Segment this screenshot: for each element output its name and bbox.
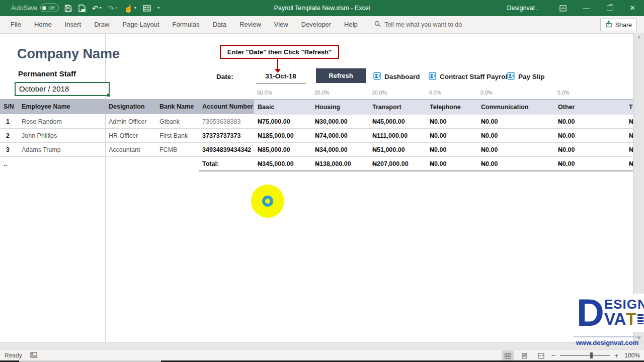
table-cell-r1-c9[interactable]: ₦0.00 [477, 129, 554, 143]
table-cell-r0-c5[interactable]: ₦75,000.00 [254, 115, 311, 129]
table-cell-r2-c10[interactable]: ₦0.00 [554, 143, 628, 157]
touch-mode-icon[interactable]: ☝▾ [124, 5, 136, 12]
autosave-toggle[interactable]: AutoSave Off [11, 4, 59, 12]
table-cell-r2-c5[interactable]: ₦85,000.00 [254, 143, 311, 157]
table-cell-r0-c9[interactable]: ₦0.00 [477, 115, 554, 129]
tab-formulas[interactable]: Formulas [166, 16, 206, 33]
table-cell-r0-c1[interactable]: Rose Random [18, 115, 105, 129]
scroll-up-icon[interactable]: ▲ [633, 35, 644, 39]
tab-view[interactable]: View [268, 16, 295, 33]
share-button[interactable]: Share [600, 19, 637, 31]
table-cell-r1-c8[interactable]: ₦0.00 [426, 129, 477, 143]
logo-top-text: ESIGN [604, 298, 644, 311]
footer-cell-6[interactable]: ₦138,000.00 [311, 157, 369, 171]
close-button[interactable]: × [621, 0, 644, 16]
footer-cell-0[interactable]: .. [0, 157, 18, 170]
restore-button[interactable] [598, 0, 621, 16]
table-cell-r0-c10[interactable]: ₦0.00 [554, 115, 628, 129]
footer-cell-8[interactable]: ₦0.00 [426, 157, 477, 171]
tab-help[interactable]: Help [338, 16, 364, 33]
header-cell-8[interactable]: Telephone [426, 99, 477, 115]
zoom-level[interactable]: 100% [624, 352, 640, 359]
table-cell-r2-c9[interactable]: ₦0.00 [477, 143, 554, 157]
table-cell-r2-c0[interactable]: 3 [0, 143, 18, 157]
minimize-button[interactable]: — [575, 0, 598, 16]
touch-caret-icon[interactable]: ▾ [134, 6, 136, 10]
footer-cell-2[interactable] [105, 157, 156, 170]
tab-data[interactable]: Data [206, 16, 233, 33]
zoom-in-button[interactable]: + [615, 352, 619, 359]
redo-button[interactable]: ↷▾ [108, 5, 118, 12]
table-cell-r1-c3[interactable]: First Bank [156, 129, 199, 143]
footer-cell-10[interactable]: ₦0.00 [554, 157, 628, 171]
nav-button-contract-staff-payroll[interactable]: Contract Staff Payroll [429, 72, 509, 81]
tab-file[interactable]: File [4, 16, 28, 33]
save-icon[interactable] [64, 5, 72, 12]
table-cell-r2-c1[interactable]: Adams Trump [18, 143, 105, 157]
table-cell-r0-c2[interactable]: Admin Officer [105, 115, 156, 129]
table-cell-r1-c10[interactable]: ₦0.00 [554, 129, 628, 143]
nav-button-dashboard[interactable]: Dashboard [373, 72, 420, 81]
zoom-slider-handle[interactable] [590, 352, 593, 358]
page-layout-view-button[interactable] [518, 350, 530, 360]
table-cell-r1-c1[interactable]: John Phillips [18, 129, 105, 143]
tell-me-search[interactable]: Tell me what you want to do [374, 16, 462, 33]
nav-button-pay-slip[interactable]: Pay Slip [507, 72, 545, 81]
footer-cell-7[interactable]: ₦207,000.00 [369, 157, 426, 171]
header-cell-1[interactable]: Employee Name [18, 99, 105, 114]
table-cell-r2-c3[interactable]: FCMB [156, 143, 199, 157]
footer-cell-9[interactable]: ₦0.00 [477, 157, 554, 171]
header-cell-9[interactable]: Communication [477, 99, 554, 115]
table-cell-r1-c2[interactable]: HR Officer [105, 129, 156, 143]
tab-review[interactable]: Review [233, 16, 268, 33]
header-cell-5[interactable]: Basic [254, 99, 311, 115]
page-break-view-button[interactable] [535, 350, 547, 360]
footer-cell-3[interactable] [156, 157, 199, 170]
tab-home[interactable]: Home [28, 16, 58, 33]
account-name[interactable]: Designvat . [507, 5, 538, 12]
tab-insert[interactable]: Insert [58, 16, 88, 33]
refresh-button[interactable]: Refresh [316, 68, 366, 83]
header-cell-2[interactable]: Designation [105, 99, 156, 114]
table-cell-r1-c7[interactable]: ₦111,000.00 [369, 129, 426, 143]
table-cell-r2-c8[interactable]: ₦0.00 [426, 143, 477, 157]
table-cell-r0-c8[interactable]: ₦0.00 [426, 115, 477, 129]
table-cell-r1-c4[interactable]: 37373737373 [199, 129, 254, 143]
form-icon[interactable] [143, 5, 151, 12]
tab-draw[interactable]: Draw [88, 16, 116, 33]
tab-developer[interactable]: Developer [295, 16, 338, 33]
print-preview-icon[interactable] [78, 5, 86, 12]
table-cell-r1-c5[interactable]: ₦185,000.00 [254, 129, 311, 143]
table-cell-r1-c0[interactable]: 2 [0, 129, 18, 143]
tab-page-layout[interactable]: Page Layout [116, 16, 166, 33]
header-cell-7[interactable]: Transport [369, 99, 426, 115]
redo-caret-icon[interactable]: ▾ [115, 6, 117, 10]
undo-button[interactable]: ↶▾ [92, 5, 102, 12]
footer-cell-1[interactable] [18, 157, 105, 170]
table-cell-r2-c7[interactable]: ₦51,000.00 [369, 143, 426, 157]
zoom-slider[interactable] [560, 355, 610, 356]
table-cell-r2-c4[interactable]: 34934839434342 [199, 143, 254, 157]
table-cell-r0-c6[interactable]: ₦30,000.00 [311, 115, 369, 129]
table-cell-r2-c2[interactable]: Accountant [105, 143, 156, 157]
undo-caret-icon[interactable]: ▾ [100, 6, 102, 10]
header-cell-6[interactable]: Housing [311, 99, 369, 115]
date-input[interactable]: 31-Oct-18 [251, 72, 311, 80]
header-cell-0[interactable]: S/N [0, 99, 18, 114]
header-cell-3[interactable]: Bank Name [156, 99, 199, 114]
ribbon-display-options-icon[interactable] [551, 0, 575, 16]
zoom-out-button[interactable]: − [551, 352, 555, 359]
macro-record-icon[interactable] [30, 352, 37, 359]
table-cell-r2-c6[interactable]: ₦34,000.00 [311, 143, 369, 157]
customize-qat-caret-icon[interactable]: ▾ [157, 6, 159, 10]
table-cell-r1-c6[interactable]: ₦74,000.00 [311, 129, 369, 143]
footer-cell-5[interactable]: ₦345,000.00 [254, 157, 311, 171]
header-cell-10[interactable]: Other [554, 99, 628, 115]
footer-cell-4[interactable]: Total: [199, 157, 254, 171]
table-cell-r0-c7[interactable]: ₦45,000.00 [369, 115, 426, 129]
table-cell-r0-c0[interactable]: 1 [0, 115, 18, 129]
table-cell-r0-c4[interactable]: 73653638383 [199, 115, 254, 129]
header-cell-4[interactable]: Account Number [199, 99, 254, 114]
normal-view-button[interactable] [502, 350, 514, 360]
table-cell-r0-c3[interactable]: Gtbank [156, 115, 199, 129]
